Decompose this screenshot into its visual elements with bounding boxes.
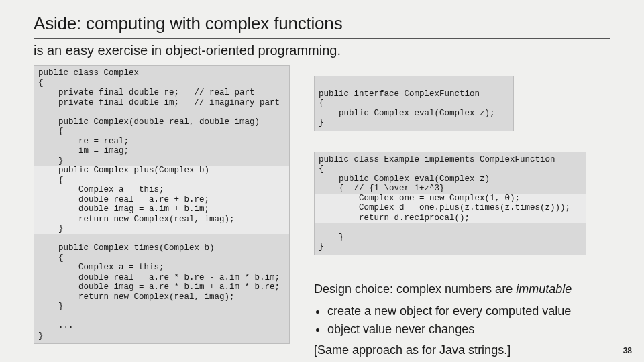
code-text: public Complex times(Complex b) { Comple…	[38, 243, 280, 341]
design-footnote: [Same approach as for Java strings.]	[314, 343, 610, 357]
right-column: public interface ComplexFunction { publi…	[314, 65, 610, 357]
text: Design choice: complex numbers are	[314, 282, 516, 296]
code-interface: public interface ComplexFunction { publi…	[314, 76, 514, 131]
title-rule	[34, 38, 610, 39]
code-text: public interface ComplexFunction { publi…	[319, 89, 495, 128]
slide-title: Aside: computing with complex functions	[34, 13, 610, 34]
content-columns: public class Complex { private final dou…	[34, 65, 610, 357]
code-text: public class Example implements ComplexF…	[319, 155, 555, 194]
slide-subtitle: is an easy exercise in object-oriented p…	[34, 43, 610, 58]
italic-text: immutable	[516, 282, 572, 296]
code-text: public class Complex { private final dou…	[38, 68, 280, 166]
code-highlight-plus: public Complex plus(Complex b) { Complex…	[34, 166, 289, 234]
code-text: } }	[319, 233, 344, 252]
list-item: create a new object for every computed v…	[327, 304, 610, 318]
slide-number: 38	[623, 346, 632, 355]
code-highlight-eval-body: Complex one = new Complex(1, 0); Complex…	[315, 194, 586, 223]
code-complex-class: public class Complex { private final dou…	[34, 65, 290, 344]
code-example-class: public class Example implements ComplexF…	[314, 152, 586, 255]
design-lead: Design choice: complex numbers are immut…	[314, 282, 610, 296]
design-notes: Design choice: complex numbers are immut…	[314, 282, 610, 357]
list-item: object value never changes	[327, 322, 610, 337]
slide: Aside: computing with complex functions …	[0, 0, 644, 362]
design-bullets: create a new object for every computed v…	[327, 304, 610, 337]
left-column: public class Complex { private final dou…	[34, 65, 290, 344]
